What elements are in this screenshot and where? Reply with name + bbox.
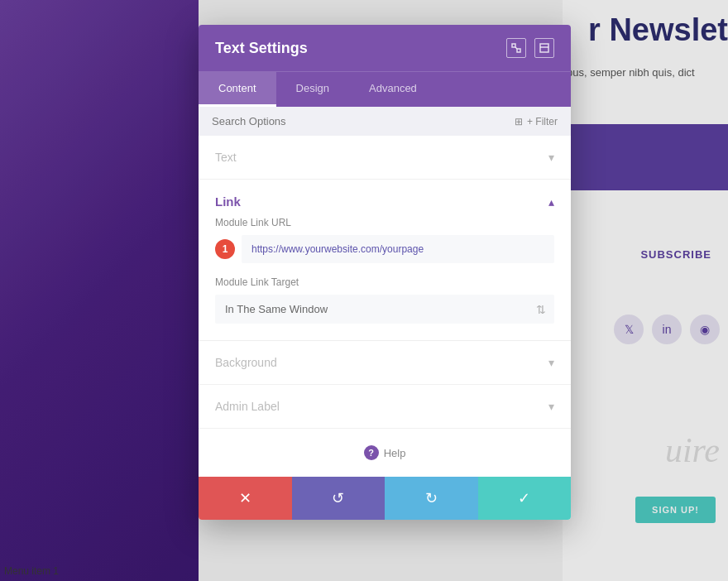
cancel-button[interactable]: ✕ bbox=[199, 477, 292, 520]
cancel-icon: ✕ bbox=[239, 489, 251, 507]
url-input[interactable] bbox=[242, 235, 554, 263]
section-background-label: Background bbox=[215, 356, 277, 369]
panel-collapse-button[interactable] bbox=[534, 38, 554, 58]
menu-item-label: Menu item 1 bbox=[4, 565, 59, 577]
search-bar: ⊞ + Filter bbox=[199, 107, 571, 136]
panel-tabs: Content Design Advanced bbox=[199, 71, 571, 107]
redo-icon: ↻ bbox=[425, 489, 438, 507]
panel-fullscreen-button[interactable] bbox=[506, 38, 526, 58]
tab-design[interactable]: Design bbox=[276, 72, 349, 107]
action-bar: ✕ ↺ ↻ ✓ bbox=[199, 477, 571, 520]
target-field-label: Module Link Target bbox=[215, 276, 554, 288]
filter-icon: ⊞ bbox=[515, 116, 523, 127]
panel-header-icons bbox=[506, 38, 554, 58]
reset-icon: ↺ bbox=[332, 489, 344, 507]
tab-content[interactable]: Content bbox=[199, 72, 276, 107]
section-admin-label-text: Admin Label bbox=[215, 400, 280, 413]
section-text[interactable]: Text ▾ bbox=[199, 136, 571, 180]
save-icon: ✓ bbox=[518, 489, 530, 507]
section-background-chevron: ▾ bbox=[548, 356, 554, 369]
svg-line-2 bbox=[515, 47, 517, 49]
filter-button[interactable]: ⊞ + Filter bbox=[515, 116, 558, 127]
help-row: ? Help bbox=[199, 429, 571, 477]
section-admin-label[interactable]: Admin Label ▾ bbox=[199, 385, 571, 429]
svg-rect-1 bbox=[517, 49, 520, 52]
link-section-chevron: ▴ bbox=[548, 195, 554, 209]
target-select-wrapper: In The Same Window In A New Window ⇅ bbox=[215, 295, 554, 324]
panel-title: Text Settings bbox=[215, 40, 308, 57]
url-field-label: Module Link URL bbox=[215, 217, 554, 228]
url-input-row: 1 bbox=[215, 235, 554, 263]
section-text-chevron: ▾ bbox=[548, 151, 554, 164]
reset-button[interactable]: ↺ bbox=[292, 477, 386, 520]
help-label: Help bbox=[384, 447, 406, 459]
svg-rect-0 bbox=[512, 44, 515, 47]
section-background[interactable]: Background ▾ bbox=[199, 341, 571, 385]
help-icon: ? bbox=[364, 445, 379, 460]
link-section-title: Link bbox=[215, 194, 241, 209]
link-section: Link ▴ Module Link URL 1 Module Link Tar… bbox=[199, 180, 571, 341]
link-section-header[interactable]: Link ▴ bbox=[199, 180, 571, 217]
search-input[interactable] bbox=[212, 115, 515, 127]
link-section-body: Module Link URL 1 Module Link Target In … bbox=[199, 217, 571, 340]
filter-label: + Filter bbox=[527, 116, 558, 127]
target-select[interactable]: In The Same Window In A New Window bbox=[215, 295, 554, 324]
tab-advanced[interactable]: Advanced bbox=[349, 72, 437, 107]
save-button[interactable]: ✓ bbox=[478, 477, 572, 520]
panel-header: Text Settings bbox=[199, 25, 571, 71]
panel-body: Text ▾ Link ▴ Module Link URL 1 Module L… bbox=[199, 136, 571, 477]
redo-button[interactable]: ↻ bbox=[385, 477, 478, 520]
section-text-label: Text bbox=[215, 151, 237, 164]
svg-rect-3 bbox=[540, 44, 548, 52]
settings-panel: Text Settings Content Design Advanced bbox=[199, 25, 571, 520]
url-badge: 1 bbox=[215, 239, 235, 259]
section-admin-label-chevron: ▾ bbox=[548, 400, 554, 413]
